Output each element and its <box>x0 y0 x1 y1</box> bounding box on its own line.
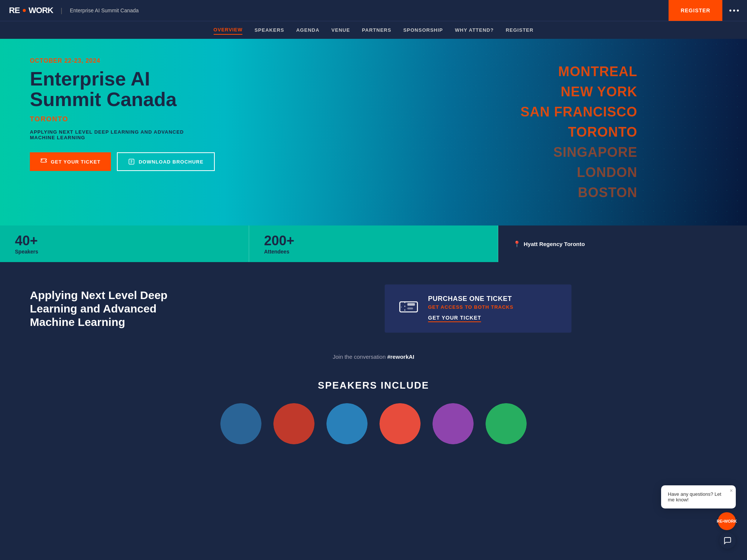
city-boston: BOSTON <box>520 183 637 203</box>
hero-section: OCTOBER 22-23, 2024 Enterprise AI Summit… <box>0 39 747 225</box>
stat-venue: 📍 Hyatt Regency Toronto <box>498 225 747 262</box>
cities-list: MONTREAL NEW YORK SAN FRANCISCO TORONTO … <box>520 62 637 203</box>
speaker-avatar-6 <box>486 403 527 444</box>
nav-item-overview[interactable]: OVERVIEW <box>214 25 243 35</box>
topbar: RE WORK | Enterprise AI Summit Canada RE… <box>0 0 747 21</box>
stat-speakers: 40+ Speakers <box>0 225 249 262</box>
hero-buttons: GET YOUR TICKET DOWNLOAD BROCHURE <box>30 152 396 171</box>
navbar: OVERVIEW SPEAKERS AGENDA VENUE PARTNERS … <box>0 21 747 39</box>
nav-item-venue[interactable]: VENUE <box>331 26 350 34</box>
nav-item-why-attend[interactable]: WHY ATTEND? <box>455 26 494 34</box>
topbar-left: RE WORK | Enterprise AI Summit Canada <box>9 6 139 15</box>
ticket-icon-area <box>397 295 421 319</box>
speaker-circle-6 <box>486 403 527 444</box>
register-button[interactable]: REGISTER <box>669 0 722 21</box>
logo-work: WORK <box>29 6 53 15</box>
ticket-card: PURCHASE ONE TICKET GET ACCESS TO BOTH T… <box>385 284 571 333</box>
pin-icon: 📍 <box>513 240 521 248</box>
speaker-avatar-2 <box>273 403 314 444</box>
hashtag-text: Join the conversation #reworkAI <box>333 354 414 360</box>
svg-rect-2 <box>407 303 415 306</box>
lower-section: Applying Next Level Deep Learning and Ad… <box>0 262 747 348</box>
venue-info: 📍 Hyatt Regency Toronto <box>513 240 732 248</box>
nav-item-sponsorship[interactable]: SPONSORSHIP <box>403 26 443 34</box>
attendees-label: Attendees <box>264 249 483 255</box>
stat-attendees: 200+ Attendees <box>249 225 498 262</box>
hero-title-line1: Enterprise AI <box>30 68 150 90</box>
speaker-circle-3 <box>326 403 368 444</box>
hero-content: OCTOBER 22-23, 2024 Enterprise AI Summit… <box>0 39 747 225</box>
ticket-subtext: GET ACCESS TO BOTH TRACKS <box>428 304 560 310</box>
lower-title: Applying Next Level Deep Learning and Ad… <box>30 289 187 329</box>
get-ticket-label: GET YOUR TICKET <box>51 159 100 165</box>
logo: RE WORK <box>9 6 53 15</box>
svg-rect-3 <box>407 308 413 309</box>
city-newyork: NEW YORK <box>520 82 637 102</box>
attendees-count: 200+ <box>264 233 483 249</box>
more-options-button[interactable]: ••• <box>722 0 747 21</box>
ticket-icon <box>40 158 47 165</box>
logo-divider: | <box>61 7 62 15</box>
speakers-row <box>30 403 717 444</box>
brochure-icon <box>128 158 135 165</box>
logo-re: RE <box>9 6 20 15</box>
speaker-avatar-5 <box>433 403 474 444</box>
city-montreal: MONTREAL <box>520 62 637 82</box>
logo-dot <box>23 9 26 12</box>
city-sanfrancisco: SAN FRANCISCO <box>520 102 637 122</box>
speaker-circle-5 <box>433 403 474 444</box>
speaker-circle-1 <box>220 403 261 444</box>
speaker-avatar-3 <box>326 403 368 444</box>
hashtag-section: Join the conversation #reworkAI <box>0 348 747 372</box>
city-singapore: SINGAPORE <box>520 142 637 162</box>
download-brochure-label: DOWNLOAD BROCHURE <box>139 159 204 165</box>
hero-title: Enterprise AI Summit Canada <box>30 69 396 109</box>
topbar-right: REGISTER ••• <box>669 0 747 21</box>
hero-subtitle: APPLYING NEXT LEVEL DEEP LEARNING AND AD… <box>30 129 194 140</box>
speakers-title: SPEAKERS INCLUDE <box>30 380 717 391</box>
nav-item-register[interactable]: REGISTER <box>506 26 533 34</box>
lower-left: Applying Next Level Deep Learning and Ad… <box>30 289 362 329</box>
hero-right: MONTREAL NEW YORK SAN FRANCISCO TORONTO … <box>411 39 747 225</box>
speakers-section: SPEAKERS INCLUDE <box>0 372 747 459</box>
ticket-cta-link[interactable]: GET YOUR TICKET <box>428 315 481 322</box>
nav-item-speakers[interactable]: SPEAKERS <box>254 26 284 34</box>
hero-left: OCTOBER 22-23, 2024 Enterprise AI Summit… <box>0 39 411 225</box>
hashtag-tag: #reworkAI <box>387 354 415 360</box>
venue-name: Hyatt Regency Toronto <box>524 241 585 247</box>
ticket-heading: PURCHASE ONE TICKET <box>428 295 560 303</box>
speaker-circle-4 <box>379 403 421 444</box>
city-london: LONDON <box>520 162 637 183</box>
speaker-avatar-4 <box>379 403 421 444</box>
speaker-avatar-1 <box>220 403 261 444</box>
speaker-circle-2 <box>273 403 314 444</box>
hero-date: OCTOBER 22-23, 2024 <box>30 57 396 64</box>
hero-location: TORONTO <box>30 115 396 123</box>
hero-title-line2: Summit Canada <box>30 88 177 110</box>
ticket-info: PURCHASE ONE TICKET GET ACCESS TO BOTH T… <box>428 295 560 322</box>
nav-item-partners[interactable]: PARTNERS <box>362 26 391 34</box>
speakers-label: Speakers <box>15 249 234 255</box>
hashtag-prefix: Join the conversation <box>333 354 387 360</box>
city-toronto: TORONTO <box>520 122 637 142</box>
stats-bar: 40+ Speakers 200+ Attendees 📍 Hyatt Rege… <box>0 225 747 262</box>
get-ticket-button[interactable]: GET YOUR TICKET <box>30 152 111 171</box>
download-brochure-button[interactable]: DOWNLOAD BROCHURE <box>117 152 215 171</box>
lower-right: PURCHASE ONE TICKET GET ACCESS TO BOTH T… <box>385 284 717 333</box>
nav-item-agenda[interactable]: AGENDA <box>296 26 319 34</box>
site-title: Enterprise AI Summit Canada <box>70 7 139 13</box>
ticket-card-icon <box>399 297 419 317</box>
speakers-count: 40+ <box>15 233 234 249</box>
